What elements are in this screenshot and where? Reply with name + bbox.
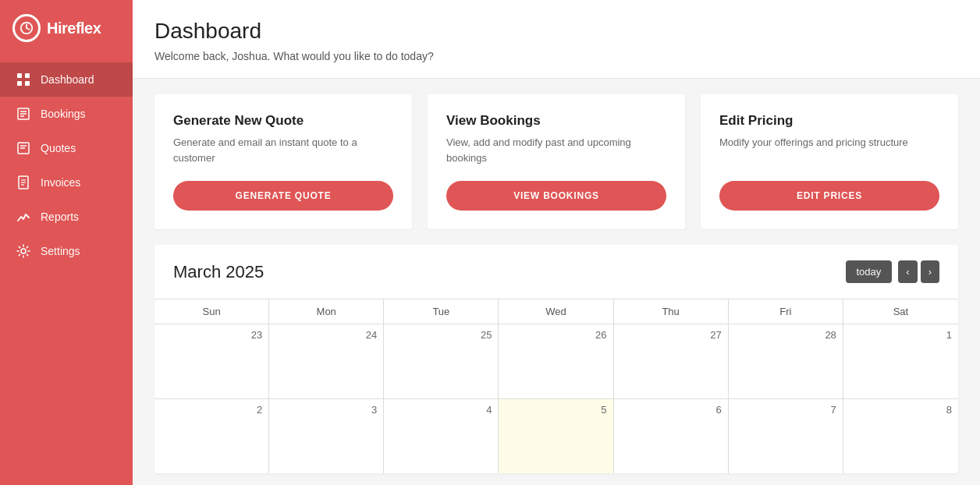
cell-date: 5 bbox=[505, 404, 606, 416]
day-header-sun: Sun bbox=[154, 299, 269, 324]
card-desc-quote: Generate and email an instant quote to a… bbox=[173, 135, 393, 165]
svg-rect-6 bbox=[25, 81, 30, 86]
reports-icon bbox=[16, 209, 31, 225]
cell-date: 24 bbox=[275, 329, 377, 341]
day-header-sat: Sat bbox=[843, 299, 958, 324]
cell-date: 4 bbox=[390, 404, 492, 416]
invoices-icon bbox=[16, 175, 31, 190]
page-title: Dashboard bbox=[154, 19, 958, 44]
cell-date: 27 bbox=[620, 329, 722, 341]
cell-date: 3 bbox=[275, 404, 377, 416]
cell-date: 26 bbox=[505, 329, 606, 341]
sidebar-nav: Dashboard Bookings Quotes Invoices Repor… bbox=[0, 56, 133, 274]
cell-date: 2 bbox=[161, 404, 262, 416]
table-row[interactable]: 28 bbox=[729, 324, 843, 398]
sidebar-item-reports[interactable]: Reports bbox=[0, 200, 133, 234]
calendar-week-1: 23 24 25 26 27 28 1 bbox=[154, 324, 958, 399]
card-title-quote: Generate New Quote bbox=[173, 113, 393, 129]
logo-icon bbox=[12, 14, 41, 42]
calendar-grid: Sun Mon Tue Wed Thu Fri Sat 23 24 25 26 … bbox=[154, 299, 958, 473]
calendar-header: March 2025 today ‹ › bbox=[154, 245, 958, 299]
main-content: Dashboard Welcome back, Joshua. What wou… bbox=[133, 0, 980, 485]
day-header-mon: Mon bbox=[269, 299, 384, 324]
view-bookings-card: View Bookings View, add and modify past … bbox=[428, 94, 685, 229]
welcome-text: Welcome back, Joshua. What would you lik… bbox=[154, 50, 958, 62]
header-section: Dashboard Welcome back, Joshua. What wou… bbox=[133, 0, 980, 79]
sidebar-item-settings[interactable]: Settings bbox=[0, 234, 133, 268]
logo[interactable]: Hireflex bbox=[0, 0, 133, 56]
cell-date: 1 bbox=[850, 329, 952, 341]
next-month-button[interactable]: › bbox=[921, 260, 939, 283]
quotes-icon bbox=[16, 140, 31, 156]
svg-point-18 bbox=[21, 249, 26, 253]
cell-date: 23 bbox=[161, 329, 262, 341]
edit-pricing-card: Edit Pricing Modify your offerings and p… bbox=[701, 94, 958, 229]
edit-prices-button[interactable]: EDIT PRICES bbox=[719, 181, 939, 211]
svg-rect-3 bbox=[17, 73, 22, 78]
calendar-week-2: 2 3 4 5 6 7 8 bbox=[154, 399, 958, 473]
table-row[interactable]: 5 bbox=[499, 399, 613, 473]
cell-date: 6 bbox=[620, 404, 722, 416]
cell-date: 7 bbox=[735, 404, 836, 416]
table-row[interactable]: 7 bbox=[729, 399, 843, 473]
prev-month-button[interactable]: ‹ bbox=[898, 260, 917, 283]
sidebar-label-invoices: Invoices bbox=[41, 176, 80, 189]
table-row[interactable]: 2 bbox=[154, 399, 269, 473]
svg-rect-5 bbox=[17, 81, 22, 86]
day-header-tue: Tue bbox=[384, 299, 499, 324]
calendar-title: March 2025 bbox=[173, 262, 264, 282]
table-row[interactable]: 4 bbox=[384, 399, 499, 473]
svg-line-2 bbox=[27, 28, 30, 30]
sidebar-label-settings: Settings bbox=[41, 245, 80, 257]
card-desc-bookings: View, add and modify past and upcoming b… bbox=[446, 135, 666, 165]
table-row[interactable]: 3 bbox=[269, 399, 384, 473]
cards-section: Generate New Quote Generate and email an… bbox=[133, 79, 980, 245]
table-row[interactable]: 23 bbox=[154, 324, 269, 398]
table-row[interactable]: 6 bbox=[614, 399, 729, 473]
view-bookings-button[interactable]: VIEW BOOKINGS bbox=[446, 181, 666, 211]
generate-quote-button[interactable]: GENERATE QUOTE bbox=[173, 181, 393, 211]
table-row[interactable]: 27 bbox=[614, 324, 729, 398]
cell-date: 8 bbox=[850, 404, 952, 416]
calendar-nav: today ‹ › bbox=[846, 260, 940, 283]
sidebar: Hireflex Dashboard Bookings Quotes Invoi… bbox=[0, 0, 133, 485]
day-header-fri: Fri bbox=[729, 299, 843, 324]
table-row[interactable]: 24 bbox=[269, 324, 384, 398]
sidebar-label-quotes: Quotes bbox=[41, 142, 76, 154]
sidebar-item-bookings[interactable]: Bookings bbox=[0, 97, 133, 131]
sidebar-label-bookings: Bookings bbox=[41, 108, 86, 120]
generate-quote-card: Generate New Quote Generate and email an… bbox=[154, 94, 412, 229]
sidebar-label-dashboard: Dashboard bbox=[41, 73, 94, 86]
card-title-bookings: View Bookings bbox=[446, 113, 666, 129]
calendar-days-header: Sun Mon Tue Wed Thu Fri Sat bbox=[154, 299, 958, 324]
day-header-wed: Wed bbox=[499, 299, 613, 324]
table-row[interactable]: 8 bbox=[843, 399, 958, 473]
day-header-thu: Thu bbox=[614, 299, 729, 324]
settings-icon bbox=[16, 243, 31, 259]
today-button[interactable]: today bbox=[846, 260, 893, 283]
sidebar-item-dashboard[interactable]: Dashboard bbox=[0, 62, 133, 97]
svg-rect-4 bbox=[25, 73, 30, 78]
dashboard-icon bbox=[16, 72, 31, 87]
bookings-icon bbox=[16, 106, 31, 122]
card-desc-pricing: Modify your offerings and pricing struct… bbox=[719, 135, 939, 165]
table-row[interactable]: 1 bbox=[843, 324, 958, 398]
calendar-section: March 2025 today ‹ › Sun Mon Tue Wed Thu… bbox=[154, 245, 958, 473]
logo-text: Hireflex bbox=[47, 19, 101, 37]
sidebar-item-invoices[interactable]: Invoices bbox=[0, 165, 133, 200]
card-title-pricing: Edit Pricing bbox=[719, 113, 939, 129]
cell-date: 28 bbox=[735, 329, 836, 341]
table-row[interactable]: 25 bbox=[384, 324, 499, 398]
table-row[interactable]: 26 bbox=[499, 324, 613, 398]
sidebar-item-quotes[interactable]: Quotes bbox=[0, 131, 133, 165]
cell-date: 25 bbox=[390, 329, 492, 341]
sidebar-label-reports: Reports bbox=[41, 211, 79, 223]
